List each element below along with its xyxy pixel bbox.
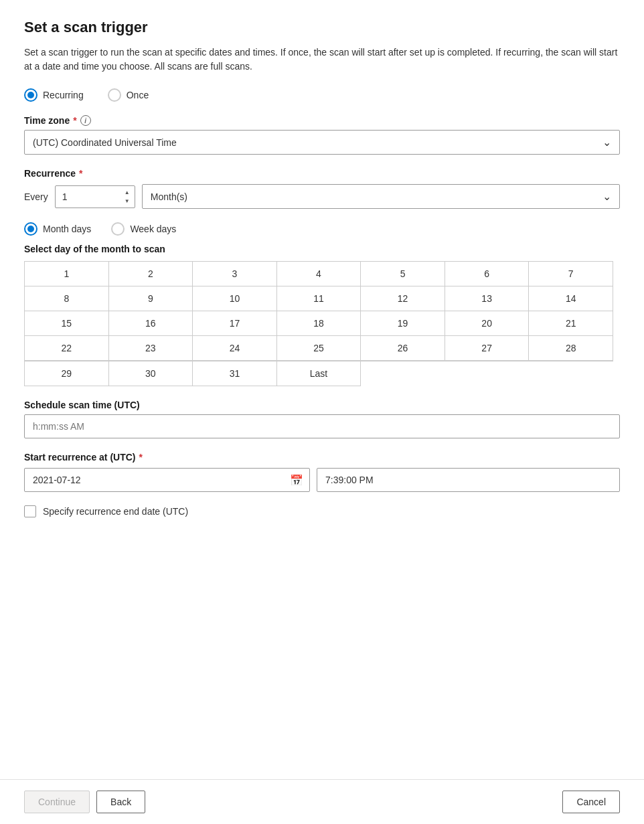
calendar-day-cell[interactable]: 28	[529, 336, 613, 361]
calendar-day-cell[interactable]: 27	[445, 336, 530, 361]
recurring-radio-option[interactable]: Recurring	[24, 88, 84, 102]
calendar-day-cell[interactable]: 26	[361, 336, 445, 361]
timezone-section: Time zone * i (UTC) Coordinated Universa…	[24, 115, 620, 155]
calendar-day-cell[interactable]: 20	[445, 311, 530, 336]
calendar-empty-cell	[361, 361, 445, 386]
calendar-day-cell[interactable]: 30	[109, 361, 193, 386]
month-days-radio-label: Month days	[43, 224, 91, 234]
calendar-day-cell[interactable]: 11	[277, 286, 361, 311]
calendar-day-cell[interactable]: 24	[193, 336, 277, 361]
end-date-checkbox-label: Specify recurrence end date (UTC)	[43, 506, 188, 517]
calendar-day-cell[interactable]: 2	[109, 262, 193, 286]
timezone-value: (UTC) Coordinated Universal Time	[33, 137, 177, 148]
end-date-checkbox-row: Specify recurrence end date (UTC)	[24, 505, 620, 517]
once-radio-option[interactable]: Once	[108, 88, 149, 102]
recurrence-unit-value: Month(s)	[151, 191, 187, 202]
timezone-label: Time zone * i	[24, 115, 620, 126]
calendar-day-cell[interactable]: 5	[361, 262, 445, 286]
calendar-day-cell[interactable]: 13	[445, 286, 530, 311]
page-title: Set a scan trigger	[24, 19, 620, 36]
day-type-radio-group: Month days Week days	[24, 222, 620, 236]
calendar-day-cell[interactable]: 17	[193, 311, 277, 336]
calendar-day-cell[interactable]: 16	[109, 311, 193, 336]
recurrence-row: Every ▲ ▼ Month(s) ⌄	[24, 184, 620, 209]
continue-button[interactable]: Continue	[24, 791, 90, 813]
calendar-day-cell[interactable]: 14	[529, 286, 613, 311]
timezone-required-star: *	[73, 115, 76, 126]
calendar-label: Select day of the month to scan	[24, 244, 620, 254]
recurrence-label: Recurrence *	[24, 168, 620, 179]
calendar-last-row-full: 293031Last	[24, 361, 613, 386]
calendar-day-cell[interactable]: 23	[109, 336, 193, 361]
week-days-radio-circle[interactable]	[111, 222, 125, 236]
recurrence-spinners: ▲ ▼	[122, 188, 133, 205]
calendar-day-cell[interactable]: 8	[25, 286, 109, 311]
timezone-dropdown[interactable]: (UTC) Coordinated Universal Time ⌄	[24, 130, 620, 155]
calendar-day-cell[interactable]: 21	[529, 311, 613, 336]
recurrence-section: Recurrence * Every ▲ ▼ Month(s) ⌄	[24, 168, 620, 209]
calendar-day-cell[interactable]: 18	[277, 311, 361, 336]
calendar-day-cell[interactable]: 7	[529, 262, 613, 286]
calendar-day-cell[interactable]: 22	[25, 336, 109, 361]
recurring-radio-label: Recurring	[43, 90, 84, 100]
calendar-day-cell[interactable]: 3	[193, 262, 277, 286]
back-button[interactable]: Back	[96, 791, 145, 813]
footer-left-buttons: Continue Back	[24, 791, 145, 813]
calendar-day-cell[interactable]: 6	[445, 262, 530, 286]
week-days-radio-option[interactable]: Week days	[111, 222, 176, 236]
calendar-empty-cell	[445, 361, 530, 386]
calendar-day-cell[interactable]: 31	[193, 361, 277, 386]
start-recurrence-label: Start recurrence at (UTC) *	[24, 452, 620, 463]
page-description: Set a scan trigger to run the scan at sp…	[24, 46, 620, 74]
recurring-radio-circle[interactable]	[24, 88, 37, 102]
calendar-section: Select day of the month to scan 12345678…	[24, 244, 620, 386]
calendar-day-cell[interactable]: 10	[193, 286, 277, 311]
calendar-day-cell[interactable]: 25	[277, 336, 361, 361]
calendar-grid: 1234567891011121314151617181920212223242…	[24, 261, 620, 386]
calendar-day-cell[interactable]: Last	[277, 361, 361, 386]
month-days-radio-circle[interactable]	[24, 222, 37, 236]
date-input[interactable]	[24, 468, 310, 492]
schedule-time-input[interactable]	[24, 414, 620, 438]
spinner-up-button[interactable]: ▲	[122, 188, 133, 196]
calendar-day-cell[interactable]: 4	[277, 262, 361, 286]
recurrence-unit-chevron-icon: ⌄	[602, 190, 611, 203]
month-days-radio-option[interactable]: Month days	[24, 222, 91, 236]
recurrence-required-star: *	[79, 168, 82, 179]
calendar-day-cell[interactable]: 9	[109, 286, 193, 311]
start-recurrence-required-star: *	[139, 452, 143, 463]
footer: Continue Back Cancel	[0, 779, 644, 824]
recurrence-unit-dropdown[interactable]: Month(s) ⌄	[142, 184, 620, 209]
calendar-day-cell[interactable]: 15	[25, 311, 109, 336]
calendar-days-grid: 1234567891011121314151617181920212223242…	[24, 261, 613, 361]
every-label: Every	[24, 191, 48, 202]
calendar-icon[interactable]: 📅	[290, 474, 303, 487]
once-radio-label: Once	[127, 90, 149, 100]
calendar-day-cell[interactable]: 12	[361, 286, 445, 311]
trigger-type-radio-group: Recurring Once	[24, 88, 620, 102]
calendar-empty-cell	[529, 361, 613, 386]
timezone-info-icon[interactable]: i	[80, 115, 91, 126]
schedule-time-section: Schedule scan time (UTC)	[24, 400, 620, 438]
spinner-down-button[interactable]: ▼	[122, 197, 133, 205]
schedule-time-label: Schedule scan time (UTC)	[24, 400, 620, 410]
calendar-day-cell[interactable]: 1	[25, 262, 109, 286]
date-input-wrapper: 📅	[24, 468, 310, 492]
date-time-row: 📅	[24, 468, 620, 492]
time-value-input[interactable]	[317, 468, 620, 492]
timezone-chevron-icon: ⌄	[602, 136, 611, 149]
calendar-day-cell[interactable]: 19	[361, 311, 445, 336]
once-radio-circle[interactable]	[108, 88, 121, 102]
recurrence-number-wrapper: ▲ ▼	[55, 185, 135, 208]
calendar-day-cell[interactable]: 29	[25, 361, 109, 386]
week-days-radio-label: Week days	[130, 224, 176, 234]
cancel-button[interactable]: Cancel	[562, 791, 620, 813]
start-recurrence-section: Start recurrence at (UTC) * 📅	[24, 452, 620, 492]
end-date-checkbox[interactable]	[24, 505, 36, 517]
